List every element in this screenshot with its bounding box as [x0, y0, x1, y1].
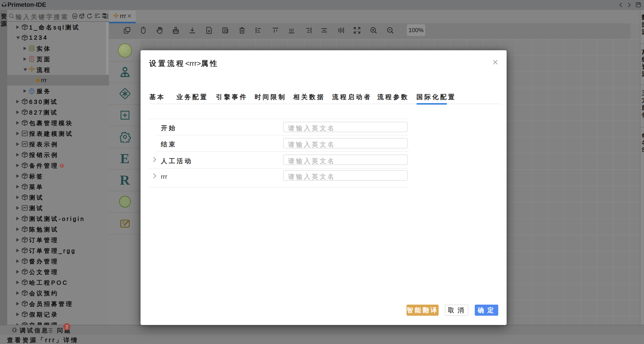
svg-text:AI: AI [74, 15, 76, 18]
svg-text:En: En [102, 14, 106, 17]
